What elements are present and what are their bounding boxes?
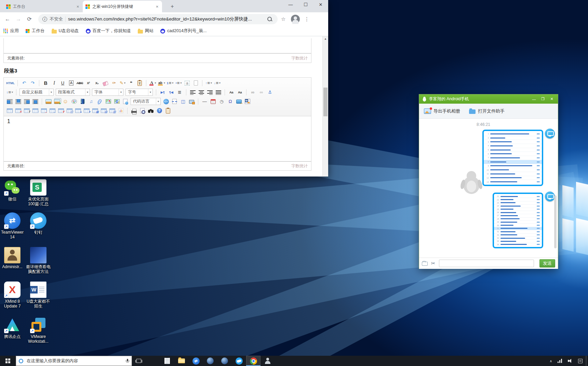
bookmark-item[interactable]: 网站 [138, 28, 153, 34]
browser-menu-icon[interactable]: ⋮ [303, 16, 310, 22]
table-cell-button[interactable]: ◰ [66, 107, 74, 115]
start-button[interactable] [0, 356, 16, 366]
line-height-button[interactable]: ↕≡▾ [6, 89, 14, 96]
taskbar-app-documents-app[interactable] [160, 356, 174, 366]
to-lowercase-button[interactable]: Aa [236, 89, 244, 96]
remove-link-button[interactable]: ∞ [257, 89, 265, 96]
taskbar-app-teamviewer[interactable]: ⇄ [189, 356, 203, 366]
bold-button[interactable]: B [42, 79, 50, 87]
scroll-up-arrow-icon[interactable]: ▲ [323, 36, 328, 42]
window-minimize-button[interactable]: — [283, 0, 298, 10]
sent-screenshot-2[interactable]: 21222324252627282930313233343536 [493, 193, 543, 248]
split-rows-button[interactable]: ▤ [100, 107, 108, 115]
ordered-list-button[interactable]: 1≡▾ [166, 79, 174, 87]
first-line-indent-button[interactable]: ≣ [176, 89, 184, 96]
bookmark-item[interactable]: cad2014序列号_装... [160, 28, 206, 34]
qq-title-bar[interactable]: 李富翔的 Android手机 — ❐ ✕ [419, 94, 558, 104]
highlight-color-button[interactable]: ▾ [157, 79, 165, 87]
back-button[interactable]: ← [3, 14, 12, 24]
window-maximize-button[interactable]: ☐ [298, 0, 313, 10]
row-right-button[interactable]: ▸ [74, 107, 82, 115]
address-bar[interactable]: i 不安全 seo.windows7en.com/index.php?r=sit… [38, 14, 278, 24]
screenshot-button[interactable] [235, 98, 243, 105]
insert-col-button[interactable]: ← [49, 107, 56, 115]
img-float-right-button[interactable] [23, 98, 31, 105]
special-chars-button[interactable]: Ω [226, 98, 234, 105]
tab-close-icon[interactable]: ✕ [155, 4, 159, 9]
undo-button[interactable]: ↶ [20, 79, 28, 87]
taskbar-app-dingtalk[interactable] [232, 356, 246, 366]
print-button[interactable] [130, 107, 138, 115]
screen-share-badge-icon[interactable] [545, 192, 555, 201]
google-map-button[interactable] [113, 98, 121, 105]
insert-date-button[interactable] [209, 98, 217, 105]
screen-share-badge-icon[interactable] [545, 129, 555, 139]
indent-rtl-button[interactable]: ¶◀ [167, 89, 175, 96]
qq-maximize-button[interactable]: ❐ [539, 97, 546, 101]
tray-chevron-up-icon[interactable]: ∧ [550, 359, 552, 363]
desktop-icon-summary-doc[interactable]: 未优化页面100篇-汇总 [26, 179, 51, 206]
word-count-link[interactable]: 字数统计 [291, 55, 308, 61]
border-text-button[interactable]: A [67, 79, 75, 87]
insert-video-button[interactable] [79, 98, 86, 105]
unordered-list-button[interactable]: •≡▾ [175, 79, 183, 87]
message-input[interactable] [439, 260, 534, 267]
insert-iframe-button[interactable] [121, 98, 129, 105]
paragraph-format-select[interactable]: 段落格式▾ [56, 89, 90, 96]
qq-action-folder-open[interactable]: 打开文件助手 [469, 108, 505, 114]
zoom-indicator-icon[interactable] [267, 17, 272, 22]
split-cols-button[interactable]: ▥ [108, 107, 116, 115]
superscript-button[interactable]: X² [84, 79, 92, 87]
page-scrollbar[interactable]: ▲ [322, 36, 328, 176]
preview-button[interactable] [138, 107, 146, 115]
editor-content-fragment[interactable] [3, 38, 311, 53]
strikethrough-button[interactable]: ABC [76, 79, 84, 87]
custom-title-select[interactable]: 自定义标题▾ [19, 89, 54, 96]
insert-anchor-button[interactable]: ⚓ [266, 89, 274, 96]
scrawl-button[interactable] [70, 98, 78, 105]
insert-table-button[interactable] [6, 107, 14, 115]
insert-map-button[interactable] [104, 98, 112, 105]
browser-tab[interactable]: 工作台✕ [3, 1, 83, 12]
bookmark-item[interactable]: U盘启动盘 [52, 28, 79, 34]
browser-tab[interactable]: 之家-win10分屏快捷键✕ [83, 1, 162, 12]
multi-image-upload-button[interactable] [53, 98, 61, 105]
insert-music-button[interactable]: ♫ [87, 98, 95, 105]
attachment-button[interactable] [96, 98, 104, 105]
spacing-before-button[interactable]: ↑≡▾ [205, 79, 213, 87]
word-count-link[interactable]: 字数统计 [291, 163, 308, 169]
desktop-icon-dingtalk[interactable]: ↗钉钉 [26, 212, 51, 235]
reload-button[interactable]: ⟳ [25, 14, 34, 24]
drag-paste-button[interactable] [164, 107, 172, 115]
spacing-after-button[interactable]: ↓≡▾ [213, 79, 221, 87]
align-justify-button[interactable] [214, 89, 222, 96]
desktop-icon-xmind[interactable]: ↗XMind 8Update 7 [0, 282, 25, 309]
code-language-select[interactable]: 代码语言▾ [131, 98, 161, 105]
align-left-button[interactable] [189, 89, 197, 96]
font-size-select[interactable]: 字号▾ [125, 89, 153, 96]
insert-time-button[interactable]: ◷ [218, 98, 226, 105]
info-icon[interactable]: i [42, 17, 47, 22]
show-desktop-button[interactable] [586, 356, 588, 366]
send-button[interactable]: 发送 [539, 259, 555, 267]
taskbar-app-ink-workspace[interactable] [146, 356, 160, 366]
qq-action-photo-export[interactable]: 导出手机相册 [424, 108, 460, 114]
taskbar-app-qq[interactable] [217, 356, 232, 366]
delete-col-button[interactable]: Y [57, 107, 65, 115]
template-button[interactable]: ◫ [179, 98, 187, 105]
insert-image-button[interactable] [44, 98, 52, 105]
search-input[interactable] [26, 358, 123, 364]
taskbar-app-user-account[interactable] [260, 356, 275, 366]
img-float-left-button[interactable] [6, 98, 14, 105]
window-close-button[interactable]: ✕ [313, 0, 328, 10]
horizontal-rule-button[interactable]: — [201, 98, 209, 105]
chat-scrollbar-thumb[interactable] [554, 195, 557, 248]
blank-doc-button[interactable] [192, 79, 200, 87]
send-file-icon[interactable] [422, 262, 428, 266]
page-break-button[interactable] [171, 98, 178, 105]
format-brush-button[interactable]: ✑ [110, 79, 118, 87]
screen-cast-button[interactable] [188, 98, 196, 105]
redo-button[interactable]: ↷ [29, 79, 37, 87]
table-caption-button[interactable]: T [23, 107, 31, 115]
img-center-button[interactable] [31, 98, 39, 105]
